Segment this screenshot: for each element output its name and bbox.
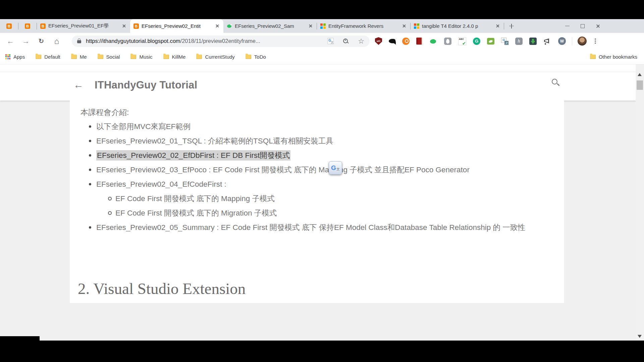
orange-ball-icon[interactable] [402,38,410,45]
translate-icon[interactable] [327,38,334,44]
close-tab-icon[interactable] [495,23,500,29]
ublock-origin-icon[interactable] [375,37,382,45]
bookmark-folder-killme[interactable]: KillMe [163,54,186,60]
bookmark-label: Me [80,54,87,60]
folder-icon [71,55,77,59]
red-book-icon[interactable] [416,38,423,45]
profile-avatar[interactable] [578,37,587,46]
close-tab-icon[interactable] [215,23,220,29]
chrome-menu-button[interactable] [591,37,599,45]
list-item: EFseries_Preview02_01_TSQL : 介紹本範例的TSQL還… [70,134,553,148]
other-bookmarks-label: Other bookmarks [599,54,637,60]
bookmark-folder-currentstudy[interactable]: CurrentStudy [196,54,234,60]
sub-bullet-text: EF Code First 開發模式 底下的 Migration 子模式 [115,209,277,217]
letterbox-bottom-bar [0,341,644,362]
list-item: 以下全部用MVC來寫EF範例 [70,119,553,134]
bookmark-label: Music [139,54,152,60]
tab-separator [504,23,504,29]
close-tab-icon[interactable] [308,23,313,29]
script-h-icon[interactable] [515,38,523,45]
green-card-icon[interactable] [487,38,494,45]
secure-lock-icon[interactable] [77,40,81,43]
bullet-text: EFseries_Preview02_03_EfPoco : EF Code F… [96,166,470,174]
scrollbar-thumb[interactable] [637,80,643,90]
browser-window: EFseries_Preview01_EF學 EFseries_Preview0… [0,19,644,341]
blog-header: ITHandyGuy Tutorial [0,64,644,101]
sub-list-item: EF Code First 開發模式 底下的 Migration 子模式 [70,206,553,220]
tab-title: EntityFramework Revers [328,23,399,29]
star-icon[interactable] [358,37,364,45]
sub-bullet-text: EF Code First 開發模式 底下的 Mapping 子模式 [115,194,275,203]
back-arrow-icon[interactable] [72,79,85,91]
url-text: https://ithandyguytutorial.blogspot.com/… [86,38,260,44]
blogger-icon [6,23,12,29]
pinned-tab-blogger-1[interactable] [0,19,18,33]
post-content-card: 本課程會介紹: 以下全部用MVC來寫EF範例 EFseries_Preview0… [70,101,564,303]
tab-efseries-preview02-active[interactable]: EFseries_Preview02_Entit [130,19,223,33]
close-tab-icon[interactable] [401,23,407,29]
bookmark-folder-music[interactable]: Music [130,54,152,60]
bookmark-folder-social[interactable]: Social [98,54,120,60]
page-viewport: ITHandyGuy Tutorial 本課程會介紹: 以下全部用MVC來寫EF… [0,64,644,341]
blogger-icon [25,23,30,29]
bookmark-label: KillMe [172,54,186,60]
blog-title: ITHandyGuy Tutorial [95,79,197,91]
reload-button[interactable] [34,35,49,48]
url-path: /2018/11/preview02entityframe... [180,38,260,44]
close-window-button[interactable] [590,19,606,33]
sub-list-item: EF Code First 開發模式 底下的 Mapping 子模式 [70,191,553,206]
w-circle-icon[interactable] [558,37,566,45]
back-button[interactable] [3,35,18,48]
home-button[interactable] [49,35,64,48]
zoom-in-icon[interactable] [342,38,349,45]
spellcheck-abc-icon[interactable] [458,37,466,45]
toolbar-divider [572,37,572,45]
fish-icon[interactable] [389,39,395,43]
bullet-text: 以下全部用MVC來寫EF範例 [96,122,191,131]
bookmarks-bar: Apps Default Me Social Music KillMe [0,49,644,64]
microsoft-icon [414,23,419,29]
page-scrollbar[interactable] [636,64,644,341]
maximize-button[interactable] [575,19,590,33]
bullet-text: EFseries_Preview02_04_EfCodeFirst : [96,180,226,188]
omnibox-actions [327,37,364,45]
evernote-icon[interactable] [429,37,437,45]
new-tab-button[interactable] [507,21,516,31]
tab-tangible-t4-editor[interactable]: tangible T4 Editor 2.4.0 p [411,19,504,33]
close-tab-icon[interactable] [121,23,127,29]
forward-button[interactable] [18,35,34,48]
pinned-tab-blogger-2[interactable] [18,19,37,33]
bookmark-folder-todo[interactable]: ToDo [246,54,266,60]
bookmark-label: Default [44,54,60,60]
other-bookmarks[interactable]: Other bookmarks [590,54,637,60]
scroll-down-arrow[interactable] [638,335,642,338]
egg-icon[interactable] [444,38,451,45]
bookmark-folder-default[interactable]: Default [36,54,60,60]
bookmark-label: Social [106,54,120,60]
window-controls [559,19,606,33]
minimize-icon [565,26,570,26]
video-downloader-icon[interactable] [529,38,537,45]
megaphone-icon[interactable] [543,37,551,45]
bookmark-apps[interactable]: Apps [5,54,25,60]
microsoft-icon [320,23,326,29]
tab-title: EFseries_Preview02_Sam [235,23,305,29]
google-translate-popup-icon[interactable] [329,161,342,175]
address-bar[interactable]: https://ithandyguytutorial.blogspot.com/… [72,36,370,47]
google-translate-icon[interactable] [501,38,508,45]
bookmark-folder-me[interactable]: Me [71,54,87,60]
list-item: EFseries_Preview02_05_Summary : EF Code … [70,220,553,235]
bookmark-label: ToDo [254,54,266,60]
tab-entityframework-reverse[interactable]: EntityFramework Revers [317,19,410,33]
tab-efseries-preview02-sam[interactable]: EFseries_Preview02_Sam [223,19,317,33]
minimize-button[interactable] [559,19,575,33]
extensions-row [375,37,566,45]
search-icon[interactable] [551,78,561,88]
grammarly-icon[interactable] [473,38,480,45]
folder-icon [196,55,202,59]
sub-bullet-list: EF Code First 開發模式 底下的 Mapping 子模式 EF Co… [96,191,553,220]
bullet-text: EFseries_Preview02_01_TSQL : 介紹本範例的TSQL還… [96,137,333,145]
scroll-up-arrow[interactable] [638,73,642,76]
screenshot-stage: EFseries_Preview01_EF學 EFseries_Preview0… [0,0,644,362]
tab-efseries-preview01[interactable]: EFseries_Preview01_EF學 [37,19,130,33]
